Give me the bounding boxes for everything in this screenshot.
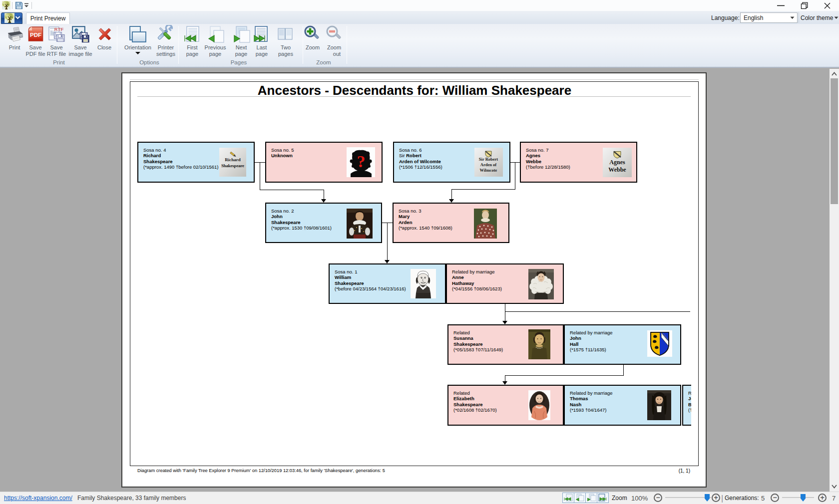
svg-text:?: ? xyxy=(357,152,366,171)
svg-text:Richard: Richard xyxy=(225,157,241,162)
svg-text:PDF: PDF xyxy=(30,32,41,38)
svg-text:Webbe: Webbe xyxy=(608,166,626,173)
svg-text:RTF: RTF xyxy=(54,26,64,32)
svg-text:Agnes: Agnes xyxy=(609,159,625,166)
svg-text:Sir Robert: Sir Robert xyxy=(479,157,498,162)
svg-text:Arden of: Arden of xyxy=(480,162,497,167)
svg-text:Shakespeare: Shakespeare xyxy=(221,163,244,168)
svg-text:Wilmcote: Wilmcote xyxy=(480,168,497,173)
